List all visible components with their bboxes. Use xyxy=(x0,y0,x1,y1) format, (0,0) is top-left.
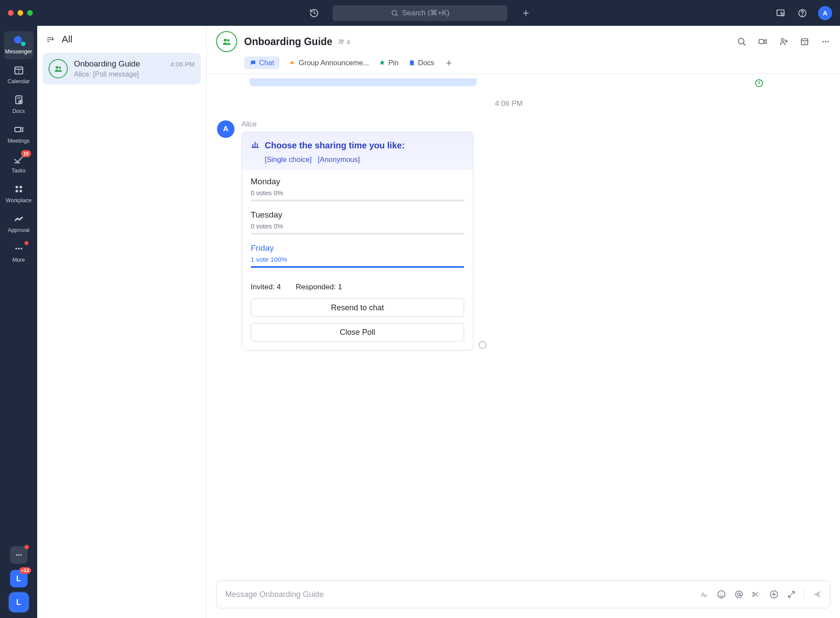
svg-text:2: 2 xyxy=(18,69,20,74)
chat-avatar-icon xyxy=(216,31,237,52)
add-attachment-icon[interactable] xyxy=(769,590,779,599)
svg-line-73 xyxy=(792,591,794,594)
calendar-panel-icon[interactable]: 2 xyxy=(800,37,809,46)
read-receipt-icon[interactable] xyxy=(479,341,486,349)
svg-point-64 xyxy=(722,593,723,594)
search-input[interactable]: Search (⌘+K) xyxy=(332,5,508,21)
docs-tab-icon xyxy=(408,60,415,67)
svg-rect-4 xyxy=(777,10,784,15)
svg-point-27 xyxy=(21,248,22,249)
chat-more-icon[interactable] xyxy=(821,37,830,46)
chat-title: Onboarding Guide xyxy=(244,36,332,48)
nav-label: Approval xyxy=(8,227,29,233)
mention-icon[interactable] xyxy=(734,590,744,599)
svg-point-25 xyxy=(15,248,17,249)
message-composer: Aa xyxy=(216,580,830,608)
tab-docs[interactable]: Docs xyxy=(408,59,434,67)
nav-workplace[interactable]: Workplace xyxy=(4,180,34,208)
svg-point-51 xyxy=(825,41,826,42)
svg-text:2: 2 xyxy=(804,41,805,45)
tasks-badge: 10 xyxy=(21,150,31,157)
workspace-switcher-2[interactable]: L xyxy=(10,593,28,611)
poll-invited: Invited: 4 xyxy=(251,283,281,291)
poll-option[interactable]: Tuesday0 votes 0% xyxy=(251,210,464,235)
more-icon xyxy=(12,242,25,255)
add-member-icon[interactable] xyxy=(779,37,788,46)
nav-calendar[interactable]: 2 Calendar xyxy=(4,61,34,89)
poll-option[interactable]: Friday1 vote 100% xyxy=(251,243,464,268)
expand-icon[interactable] xyxy=(787,590,796,599)
chat-messages: 4:06 PM A Alice Choose the sharing time … xyxy=(206,74,840,580)
workspace-switcher-1[interactable]: +13 L xyxy=(10,570,28,587)
svg-point-50 xyxy=(822,41,824,42)
svg-point-62 xyxy=(718,591,725,598)
history-icon[interactable] xyxy=(308,7,320,19)
chat-member-count[interactable]: 4 xyxy=(338,38,350,46)
close-window-button[interactable] xyxy=(8,10,14,16)
docs-icon xyxy=(12,93,25,106)
poll-option-name: Monday xyxy=(251,177,464,186)
nav-messenger[interactable]: Messenger xyxy=(4,31,34,59)
svg-point-44 xyxy=(781,39,784,41)
titlebar: Search (⌘+K) A xyxy=(0,0,840,26)
nav-meetings[interactable]: Meetings xyxy=(4,120,34,148)
svg-line-74 xyxy=(788,595,791,597)
tab-announcement[interactable]: Group Announceme... xyxy=(289,59,369,67)
svg-point-28 xyxy=(16,554,17,555)
tab-pin[interactable]: Pin xyxy=(378,59,399,67)
svg-line-1 xyxy=(396,14,397,16)
profile-avatar[interactable]: A xyxy=(818,6,832,20)
members-icon xyxy=(338,38,345,45)
svg-point-26 xyxy=(18,248,20,249)
conversation-preview: Alice: [Poll message] xyxy=(74,70,195,78)
separator xyxy=(804,589,805,600)
calendar-icon: 2 xyxy=(12,63,25,77)
svg-point-63 xyxy=(720,593,721,594)
tab-chat[interactable]: Chat xyxy=(244,56,280,69)
svg-point-38 xyxy=(340,39,341,41)
text-format-icon[interactable]: Aa xyxy=(699,590,709,599)
nav-tasks[interactable]: 10 Tasks xyxy=(4,150,34,178)
nav-approval[interactable]: Approval xyxy=(4,210,34,238)
window-controls xyxy=(8,10,33,16)
start-video-icon[interactable] xyxy=(758,37,767,46)
sender-avatar[interactable]: A xyxy=(217,120,234,138)
chat-bubble-icon xyxy=(12,34,25,47)
send-button[interactable] xyxy=(812,590,822,599)
help-icon[interactable] xyxy=(796,7,808,19)
side-nav: Messenger 2 Calendar Docs Meetings 10 T xyxy=(0,26,37,618)
svg-marker-19 xyxy=(21,127,23,132)
poll-tag: [Single choice] xyxy=(265,155,312,164)
svg-point-23 xyxy=(15,190,18,193)
video-icon xyxy=(12,123,25,136)
workspace-overflow[interactable] xyxy=(10,546,28,564)
poll-option-stat: 0 votes 0% xyxy=(251,189,464,197)
svg-point-5 xyxy=(782,13,784,15)
previous-message-bubble[interactable] xyxy=(249,78,477,86)
maximize-window-button[interactable] xyxy=(27,10,33,16)
nav-docs[interactable]: Docs xyxy=(4,91,34,119)
message-row: A Alice Choose the sharing time you like… xyxy=(217,120,801,351)
resend-to-chat-button[interactable]: Resend to chat xyxy=(251,298,464,317)
chat-search-icon[interactable] xyxy=(737,37,746,46)
poll-option-stat: 0 votes 0% xyxy=(251,222,464,230)
poll-option[interactable]: Monday0 votes 0% xyxy=(251,177,464,201)
minimize-window-button[interactable] xyxy=(18,10,23,16)
notifications-icon[interactable] xyxy=(774,7,787,19)
close-poll-button[interactable]: Close Poll xyxy=(251,323,464,341)
scheduled-icon xyxy=(755,79,763,87)
tab-add-button[interactable] xyxy=(444,58,454,68)
new-button[interactable] xyxy=(520,7,532,19)
svg-text:a: a xyxy=(705,593,707,597)
scissors-icon[interactable] xyxy=(752,590,761,599)
chat-tab-icon xyxy=(249,60,256,67)
nav-label: Tasks xyxy=(12,168,26,174)
filter-icon[interactable] xyxy=(46,35,55,44)
conversation-item[interactable]: Onboarding Guide 4:06 PM Alice: [Poll me… xyxy=(42,53,201,84)
grid-icon xyxy=(12,183,25,196)
dots-icon xyxy=(14,551,23,559)
nav-more[interactable]: More xyxy=(4,239,34,267)
message-input[interactable] xyxy=(224,590,694,600)
svg-point-30 xyxy=(20,554,21,555)
emoji-icon[interactable] xyxy=(717,590,726,599)
